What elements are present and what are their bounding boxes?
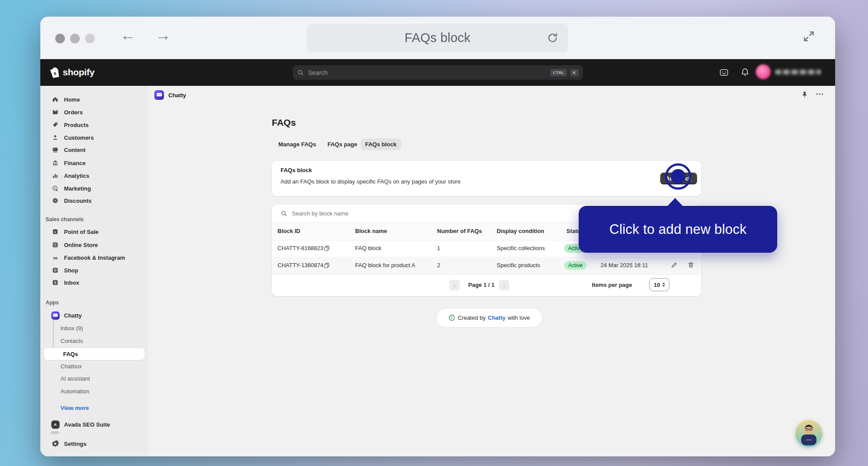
svg-text:s: s (53, 71, 57, 76)
click-indicator-dot (671, 169, 686, 184)
apps-section[interactable]: Apps › (46, 298, 143, 307)
analytics-bars-icon (51, 172, 60, 179)
previous-page-button[interactable]: ‹ (449, 280, 460, 290)
discounts-icon (51, 197, 60, 204)
avatar (756, 64, 771, 79)
items-per-page-label: Items per page (592, 282, 632, 288)
pagination-row: ‹ Page 1 / 1 › Items per page 10 (272, 274, 701, 296)
tab-faqs-page[interactable]: FAQs page (323, 138, 362, 150)
edit-pencil-icon[interactable] (671, 261, 678, 268)
person-avatar-image (795, 420, 822, 447)
more-options-icon[interactable]: ⋯ (816, 89, 824, 99)
sidebar-item-inbox-channel[interactable]: S Inbox (44, 276, 145, 289)
back-arrow-icon[interactable]: ← (120, 27, 136, 43)
sidebar-item-avada-seo[interactable]: Avada SEO Suite (44, 418, 145, 431)
column-display-condition: Display condition (497, 228, 544, 234)
sidebar-item-point-of-sale[interactable]: s Point of Sale (44, 226, 145, 238)
refresh-icon[interactable] (547, 32, 559, 44)
faqs-block-card: FAQs block Add an FAQs block to display … (272, 161, 701, 196)
notification-bell-icon[interactable] (740, 67, 750, 77)
column-block-id: Block ID (277, 228, 300, 234)
sidebar-item-facebook-instagram[interactable]: ∞ Facebook & Instagram (44, 251, 145, 264)
shortcut-k-badge: K (570, 69, 579, 76)
sidebar-item-marketing[interactable]: Marketing (44, 182, 145, 194)
orders-icon (51, 109, 60, 116)
sidebar-item-products[interactable]: Products (44, 119, 145, 131)
app-breadcrumb[interactable]: Chatty (168, 92, 186, 99)
online-store-icon (51, 241, 60, 248)
tooltip-arrow (668, 198, 683, 206)
tab-manage-faqs[interactable]: Manage FAQs (274, 138, 320, 150)
svg-text:S: S (54, 280, 57, 285)
sidebar-item-shop[interactable]: D Shop (44, 264, 145, 276)
sidebar-item-chatty-faqs-selected[interactable]: FAQs (44, 348, 145, 360)
table-row[interactable]: CHATTY-1360874 FAQ block for product A 2… (272, 257, 701, 275)
shopify-logo[interactable]: s shopify (49, 66, 95, 78)
sidebar-item-chatty-inbox[interactable]: Inbox (9) (44, 322, 145, 334)
sidebar-item-customers[interactable]: Customers (44, 131, 145, 144)
created-by-prefix: Created by (458, 314, 486, 321)
sidebar: Home Orders Products Customers Content F… (40, 86, 148, 456)
block-name-value: FAQ block (355, 245, 381, 251)
search-icon (281, 210, 287, 217)
forward-arrow-icon[interactable]: → (155, 27, 171, 43)
global-search[interactable]: CTRL K (293, 65, 583, 80)
desktop-background: ← → FAQs block s sh (0, 0, 868, 466)
block-name-value: FAQ block for product A (355, 262, 415, 268)
next-page-button[interactable]: › (499, 280, 509, 290)
sidebar-item-chatty-ai-assistant[interactable]: AI assistant (44, 373, 145, 385)
sidebar-item-home[interactable]: Home (44, 93, 145, 106)
chatty-app-icon (51, 311, 60, 320)
tab-faqs-block-active[interactable]: FAQs block (361, 138, 401, 150)
sales-channels-section[interactable]: Sales channels › (46, 215, 143, 224)
card-title: FAQs block (281, 167, 312, 173)
window-minimize-button[interactable] (70, 34, 80, 43)
items-per-page-select[interactable]: 10 (649, 278, 669, 291)
pin-icon[interactable] (801, 91, 808, 100)
page-title: FAQs block (405, 31, 470, 45)
sidebar-item-orders[interactable]: Orders (44, 106, 145, 118)
display-condition-value: Specific collections (497, 245, 545, 251)
sidebar-item-discounts[interactable]: Discounts (44, 194, 145, 207)
marketing-target-icon (51, 185, 60, 192)
customers-icon (51, 134, 60, 141)
account-menu[interactable] (756, 64, 821, 79)
display-condition-value: Specific products (497, 262, 540, 268)
sidebar-item-chatty-contacts[interactable]: Contacts (44, 335, 145, 347)
column-block-name: Block name (355, 228, 387, 234)
sidebar-item-online-store[interactable]: Online Store (44, 239, 145, 251)
sidebar-item-chatty-automation[interactable]: Automation (44, 385, 145, 397)
products-tag-icon (51, 121, 60, 128)
sidebar-item-chatty-app[interactable]: Chatty (44, 309, 145, 321)
search-input[interactable] (307, 69, 547, 77)
shopify-bag-icon: s (49, 66, 60, 78)
fullscreen-expand-icon[interactable] (802, 30, 815, 43)
tooltip-text: Click to add new block (609, 222, 747, 237)
delete-trash-icon[interactable] (687, 261, 694, 268)
chatty-link[interactable]: Chatty (488, 314, 505, 321)
view-more-link[interactable]: View more (44, 402, 145, 414)
support-chat-avatar[interactable] (795, 420, 822, 447)
pos-icon: s (51, 228, 60, 235)
block-id-value: CHATTY-1360874 (277, 262, 324, 268)
sidebar-item-chatty-chatbox[interactable]: Chatbox (44, 360, 145, 372)
window-zoom-button[interactable] (85, 34, 95, 43)
copy-icon[interactable] (324, 245, 330, 251)
sidebar-item-analytics[interactable]: Analytics (44, 169, 145, 182)
shopify-topbar: s shopify CTRL K (40, 59, 835, 86)
faqs-count-value: 2 (437, 262, 440, 268)
address-bar[interactable]: FAQs block (307, 24, 568, 52)
sidebar-item-settings[interactable]: Settings (44, 438, 145, 450)
sidebar-item-finance[interactable]: Finance (44, 157, 145, 169)
avada-app-icon (51, 420, 60, 429)
store-preview-icon[interactable] (719, 68, 729, 77)
svg-text:D: D (54, 268, 57, 272)
browser-window: ← → FAQs block s sh (40, 17, 835, 456)
shopify-wordmark: shopify (63, 67, 95, 78)
meta-infinity-icon: ∞ (51, 254, 60, 261)
copy-icon[interactable] (324, 262, 330, 268)
shop-icon: D (51, 267, 60, 274)
window-close-button[interactable] (55, 34, 65, 43)
inbox-chat-icon: S (51, 279, 60, 286)
sidebar-item-content[interactable]: Content (44, 144, 145, 156)
